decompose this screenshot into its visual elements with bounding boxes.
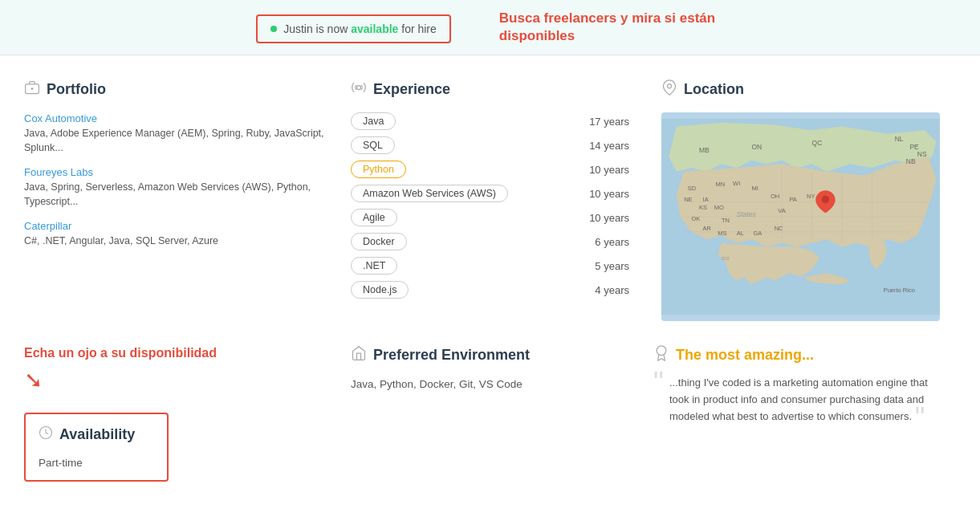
skill-tag-sql: SQL xyxy=(351,136,395,154)
skill-tag-nodejs: Node.js xyxy=(351,281,409,299)
skill-tag-python: Python xyxy=(351,161,406,178)
availability-clock-icon xyxy=(39,425,53,444)
location-icon xyxy=(661,79,677,100)
svg-text:Puerto Rico: Puerto Rico xyxy=(884,287,915,294)
quote-open-mark: " xyxy=(653,368,664,397)
svg-text:NC: NC xyxy=(775,225,783,232)
exp-item-nodejs: Node.js 4 years xyxy=(351,281,629,299)
svg-text:OH: OH xyxy=(771,193,779,200)
skill-tag-aws: Amazon Web Services (AWS) xyxy=(351,185,508,202)
exp-item-net: .NET 5 years xyxy=(351,257,629,275)
most-amazing-icon xyxy=(653,345,669,365)
company-name-3[interactable]: Caterpillar xyxy=(24,220,327,232)
exp-item-python: Python 10 years xyxy=(351,161,629,178)
availability-text: Justin is now available for hire xyxy=(283,22,437,35)
svg-text:States: States xyxy=(737,210,757,218)
svg-point-47 xyxy=(822,196,829,203)
svg-text:ico: ico xyxy=(722,255,730,262)
bottom-grid: Echa un ojo a su disponibilidad ➘ Availa… xyxy=(0,345,980,498)
svg-text:KS: KS xyxy=(699,204,707,211)
svg-text:OK: OK xyxy=(692,215,701,222)
years-agile: 10 years xyxy=(581,212,629,224)
exp-item-aws: Amazon Web Services (AWS) 10 years xyxy=(351,185,629,202)
svg-text:VA: VA xyxy=(778,207,785,214)
skill-tag-net: .NET xyxy=(351,257,397,275)
location-title: Location xyxy=(661,79,940,100)
svg-point-3 xyxy=(357,86,361,90)
exp-item-java: Java 17 years xyxy=(351,112,629,130)
years-aws: 10 years xyxy=(581,188,629,200)
banner-annotation: Busca freelancers y mira si están dispon… xyxy=(499,10,724,45)
company-name-1[interactable]: Cox Automotive xyxy=(24,112,327,124)
portfolio-item-1: Cox Automotive Java, Adobe Experience Ma… xyxy=(24,112,327,155)
svg-text:GA: GA xyxy=(753,230,762,238)
experience-title: Experience xyxy=(351,79,629,100)
skill-tag-agile: Agile xyxy=(351,209,397,226)
location-section: Location xyxy=(645,71,956,329)
map-container: MB ON QC NL NS PE NB SD IA MO KS OK AR T… xyxy=(661,112,940,321)
availability-value: Part-time xyxy=(39,457,154,469)
availability-section-box: Availability Part-time xyxy=(24,413,169,482)
svg-text:SD: SD xyxy=(688,185,697,192)
availability-dot xyxy=(270,26,277,32)
years-sql: 14 years xyxy=(581,140,629,152)
svg-text:NL: NL xyxy=(895,135,904,143)
quote-content: ...thing I've coded is a marketing autom… xyxy=(669,376,928,422)
years-net: 5 years xyxy=(581,260,629,272)
svg-text:PE: PE xyxy=(909,143,919,151)
years-nodejs: 4 years xyxy=(581,284,629,296)
svg-text:NY: NY xyxy=(807,193,815,200)
company-skills-3: C#, .NET, Angular, Java, SQL Server, Azu… xyxy=(24,234,327,249)
svg-text:QC: QC xyxy=(812,139,823,147)
availability-annotation: Echa un ojo a su disponibilidad xyxy=(24,345,327,362)
svg-text:WI: WI xyxy=(733,180,740,187)
svg-text:MI: MI xyxy=(752,185,758,192)
portfolio-item-2: Foureyes Labs Java, Spring, Serverless, … xyxy=(24,166,327,209)
portfolio-title: Portfolio xyxy=(24,79,327,100)
experience-section: Experience Java 17 years SQL 14 years Py… xyxy=(335,71,645,329)
svg-text:AL: AL xyxy=(737,230,744,238)
preferred-env-value: Java, Python, Docker, Git, VS Code xyxy=(351,378,629,390)
available-word: available xyxy=(351,22,398,35)
years-docker: 6 years xyxy=(581,236,629,248)
svg-point-50 xyxy=(657,346,666,356)
exp-item-docker: Docker 6 years xyxy=(351,233,629,250)
portfolio-icon xyxy=(24,79,40,100)
svg-text:MO: MO xyxy=(714,204,724,211)
svg-text:PA: PA xyxy=(789,196,796,203)
experience-list: Java 17 years SQL 14 years Python 10 yea… xyxy=(351,112,629,299)
svg-text:MS: MS xyxy=(718,230,726,238)
most-amazing-col: The most amazing... " ...thing I've code… xyxy=(645,345,956,482)
skill-tag-docker: Docker xyxy=(351,233,407,250)
svg-point-4 xyxy=(668,84,672,88)
top-banner: Justin is now available for hire Busca f… xyxy=(0,0,980,55)
company-name-2[interactable]: Foureyes Labs xyxy=(24,166,327,178)
preferred-env-col: Preferred Environment Java, Python, Dock… xyxy=(335,345,645,482)
svg-text:MN: MN xyxy=(716,181,726,189)
exp-item-sql: SQL 14 years xyxy=(351,136,629,154)
availability-col: Echa un ojo a su disponibilidad ➘ Availa… xyxy=(24,345,335,482)
svg-text:TN: TN xyxy=(722,218,730,225)
years-java: 17 years xyxy=(581,116,629,128)
skill-tag-java: Java xyxy=(351,112,396,130)
preferred-env-icon xyxy=(351,345,367,365)
svg-text:MB: MB xyxy=(699,146,710,154)
arrow-icon: ➘ xyxy=(24,367,327,393)
availability-section-title: Availability xyxy=(39,425,154,444)
svg-text:IA: IA xyxy=(703,196,709,203)
availability-badge: Justin is now available for hire xyxy=(256,14,451,43)
portfolio-section: Portfolio Cox Automotive Java, Adobe Exp… xyxy=(24,71,335,329)
svg-text:NE: NE xyxy=(684,196,692,203)
svg-text:NB: NB xyxy=(906,158,916,166)
exp-item-agile: Agile 10 years xyxy=(351,209,629,226)
svg-text:AR: AR xyxy=(703,225,712,232)
years-python: 10 years xyxy=(581,164,629,176)
svg-text:ON: ON xyxy=(752,143,762,151)
preferred-env-title: Preferred Environment xyxy=(351,345,629,365)
most-amazing-title: The most amazing... xyxy=(653,345,948,365)
company-skills-2: Java, Spring, Serverless, Amazon Web Ser… xyxy=(24,181,327,209)
company-skills-1: Java, Adobe Experience Manager (AEM), Sp… xyxy=(24,127,327,155)
main-grid: Portfolio Cox Automotive Java, Adobe Exp… xyxy=(0,55,980,345)
svg-text:NS: NS xyxy=(917,150,927,158)
quote-close-mark: " xyxy=(915,401,925,434)
